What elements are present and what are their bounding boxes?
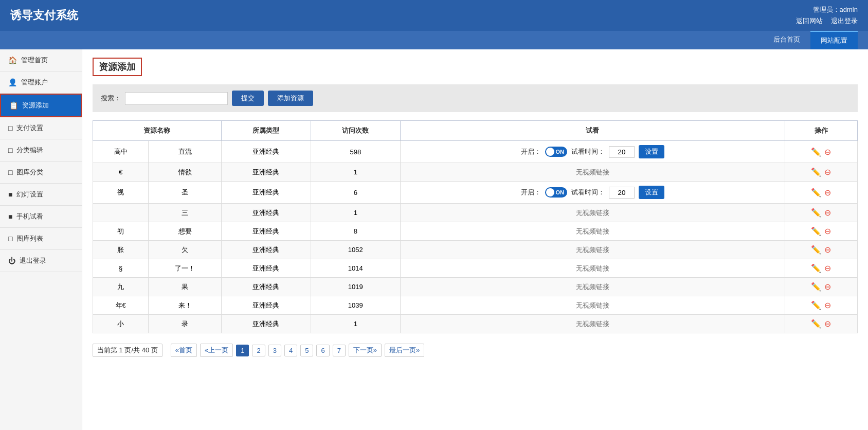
resource-type: 亚洲经典	[221, 163, 311, 182]
resource-type: 亚洲经典	[221, 278, 311, 296]
pagination-page-6[interactable]: 6	[316, 345, 329, 356]
pagination-first[interactable]: «首页	[171, 344, 197, 357]
table-row: €情欲亚洲经典1无视频链接 ✏️ ⊖	[93, 163, 858, 182]
delete-icon[interactable]: ⊖	[824, 263, 831, 273]
mobile-trial-icon: ■	[8, 212, 12, 221]
sidebar-item-gallery-category[interactable]: □ 图库分类	[0, 162, 82, 184]
sidebar-item-accounts-label: 管理账户	[21, 78, 48, 87]
pagination-last[interactable]: 最后一页»	[385, 344, 424, 357]
edit-icon[interactable]: ✏️	[811, 226, 821, 236]
resource-trial: 无视频链接	[400, 163, 785, 182]
sidebar-item-slideshow[interactable]: ■ 幻灯设置	[0, 184, 82, 206]
resource-table: 资源名称 所属类型 访问次数 试看 操作 高中直流亚洲经典598 开启： ON …	[93, 120, 858, 333]
pagination-info: 当前第 1 页/共 40 页	[93, 344, 162, 357]
resource-trial: 无视频链接	[400, 296, 785, 315]
edit-icon[interactable]: ✏️	[811, 188, 821, 198]
search-label: 搜索：	[101, 94, 121, 103]
sidebar-item-slideshow-label: 幻灯设置	[16, 190, 43, 199]
resource-trial: 无视频链接	[400, 278, 785, 296]
delete-icon[interactable]: ⊖	[824, 208, 831, 218]
search-input[interactable]	[125, 92, 228, 105]
sidebar-item-category-edit[interactable]: □ 分类编辑	[0, 139, 82, 162]
trial-time-input[interactable]	[609, 187, 635, 199]
tab-dashboard[interactable]: 后台首页	[763, 31, 810, 49]
set-button[interactable]: 设置	[639, 186, 664, 199]
pagination-next[interactable]: 下一页»	[349, 344, 382, 357]
col-trial: 试看	[400, 121, 785, 141]
sidebar-item-gallery-list-label: 图库列表	[16, 234, 43, 243]
pagination: 当前第 1 页/共 40 页 «首页 «上一页 1 2 3 4 5 6 7 下一…	[93, 339, 858, 361]
edit-icon[interactable]: ✏️	[811, 245, 821, 255]
user-icon: 👤	[8, 78, 17, 86]
pagination-page-5[interactable]: 5	[300, 345, 313, 356]
logout-link[interactable]: 退出登录	[831, 16, 858, 26]
add-resource-button[interactable]: 添加资源	[268, 91, 313, 106]
pagination-page-1[interactable]: 1	[236, 345, 249, 356]
tab-site-config[interactable]: 网站配置	[810, 31, 858, 49]
resource-name-part2: 圣	[149, 182, 221, 204]
pagination-prev[interactable]: «上一页	[200, 344, 233, 357]
delete-icon[interactable]: ⊖	[824, 319, 831, 329]
edit-icon[interactable]: ✏️	[811, 263, 821, 273]
edit-icon[interactable]: ✏️	[811, 147, 821, 157]
resource-icon: 📋	[9, 101, 18, 110]
trial-time-input[interactable]	[609, 146, 635, 158]
pagination-page-2[interactable]: 2	[252, 345, 265, 356]
delete-icon[interactable]: ⊖	[824, 147, 831, 157]
category-edit-icon: □	[8, 146, 12, 154]
resource-visits: 6	[311, 182, 400, 204]
resource-action: ✏️ ⊖	[785, 163, 857, 182]
delete-icon[interactable]: ⊖	[824, 167, 831, 177]
delete-icon[interactable]: ⊖	[824, 226, 831, 236]
sidebar-item-mobile-trial-label: 手机试看	[16, 212, 43, 221]
resource-name-part1: 小	[93, 315, 149, 333]
table-row: 年€来！亚洲经典1039无视频链接 ✏️ ⊖	[93, 296, 858, 315]
table-row: 初想要亚洲经典8无视频链接 ✏️ ⊖	[93, 222, 858, 241]
toggle-label: ON	[556, 189, 565, 195]
table-row: 高中直流亚洲经典598 开启： ON 试看时间： 设置 ✏️ ⊖	[93, 141, 858, 163]
edit-icon[interactable]: ✏️	[811, 282, 821, 292]
resource-name-part1: 高中	[93, 141, 149, 163]
edit-icon[interactable]: ✏️	[811, 300, 821, 310]
resource-trial: 开启： ON 试看时间： 设置	[400, 141, 785, 163]
delete-icon[interactable]: ⊖	[824, 282, 831, 292]
submit-button[interactable]: 提交	[232, 91, 264, 106]
pagination-page-4[interactable]: 4	[284, 345, 297, 356]
edit-icon[interactable]: ✏️	[811, 208, 821, 218]
open-label: 开启：	[521, 188, 541, 197]
no-link-text: 无视频链接	[576, 301, 609, 309]
sidebar-item-accounts[interactable]: 👤 管理账户	[0, 71, 82, 94]
sidebar-item-home[interactable]: 🏠 管理首页	[0, 49, 82, 71]
set-button[interactable]: 设置	[639, 145, 664, 158]
sidebar-item-payment[interactable]: □ 支付设置	[0, 117, 82, 139]
resource-name-part1: 年€	[93, 296, 149, 315]
edit-icon[interactable]: ✏️	[811, 167, 821, 177]
resource-type: 亚洲经典	[221, 204, 311, 222]
sidebar-item-logout[interactable]: ⏻ 退出登录	[0, 250, 82, 272]
no-link-text: 无视频链接	[576, 264, 609, 272]
toggle-on[interactable]: ON	[545, 147, 568, 157]
resource-trial: 无视频链接	[400, 204, 785, 222]
resource-type: 亚洲经典	[221, 182, 311, 204]
no-link-text: 无视频链接	[576, 227, 609, 235]
return-site-link[interactable]: 返回网站	[796, 16, 823, 26]
pagination-page-3[interactable]: 3	[268, 345, 281, 356]
sidebar-item-logout-label: 退出登录	[20, 256, 46, 265]
resource-name-part1	[93, 204, 149, 222]
edit-icon[interactable]: ✏️	[811, 319, 821, 329]
resource-name-part2: 情欲	[149, 163, 221, 182]
pagination-page-7[interactable]: 7	[333, 345, 346, 356]
delete-icon[interactable]: ⊖	[824, 188, 831, 198]
user-label: 管理员：admin	[813, 5, 858, 14]
toggle-on[interactable]: ON	[545, 187, 568, 198]
sidebar-item-mobile-trial[interactable]: ■ 手机试看	[0, 206, 82, 228]
table-row: §了一！亚洲经典1014无视频链接 ✏️ ⊖	[93, 259, 858, 278]
delete-icon[interactable]: ⊖	[824, 300, 831, 310]
delete-icon[interactable]: ⊖	[824, 245, 831, 255]
trial-time-label: 试看时间：	[571, 188, 605, 197]
home-icon: 🏠	[8, 56, 17, 64]
resource-action: ✏️ ⊖	[785, 141, 857, 163]
sidebar-item-resources[interactable]: 📋 资源添加	[0, 94, 82, 117]
sidebar-item-gallery-list[interactable]: □ 图库列表	[0, 228, 82, 250]
resource-action: ✏️ ⊖	[785, 315, 857, 333]
